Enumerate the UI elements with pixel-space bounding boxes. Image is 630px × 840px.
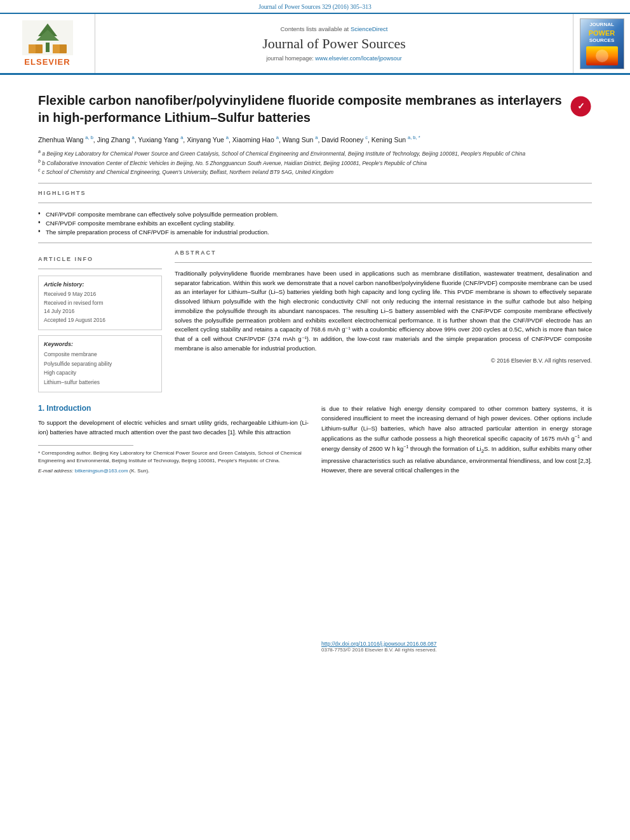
sciencedirect-label: Contents lists available at <box>281 25 349 32</box>
affiliation-a: a a Beijing Key Laboratory for Chemical … <box>38 149 592 158</box>
elsevier-text: ELSEVIER <box>24 57 70 67</box>
sciencedirect-line: Contents lists available at ScienceDirec… <box>281 25 388 32</box>
highlights-list: CNF/PVDF composite membrane can effectiv… <box>38 210 592 236</box>
intro-heading: 1. Introduction <box>38 404 309 413</box>
elsevier-logo: ELSEVIER <box>22 20 73 67</box>
email-line: E-mail address: bitkeningsun@163.com (K.… <box>38 467 309 475</box>
affiliation-b: b b Collaborative Innovation Center of E… <box>38 158 592 168</box>
svg-rect-1 <box>46 43 50 52</box>
article-info-heading: ARTICLE INFO <box>38 256 162 262</box>
divider-2 <box>38 243 592 243</box>
journal-ref: Journal of Power Sources 329 (2016) 305–… <box>0 0 630 13</box>
svg-rect-7 <box>53 44 60 53</box>
article-title: Flexible carbon nanofiber/polyvinylidene… <box>38 92 592 126</box>
sciencedirect-link[interactable]: ScienceDirect <box>351 25 388 32</box>
intro-col-left: 1. Introduction To support the developme… <box>38 404 309 653</box>
journal-logo-section: JOURNAL POWER SOURCES <box>573 14 630 73</box>
article-info-col: ARTICLE INFO Article history: Received 9… <box>38 250 162 392</box>
keywords-label: Keywords: <box>44 341 156 347</box>
affiliation-c: c c School of Chemistry and Chemical Eng… <box>38 167 592 177</box>
main-content: ✓ Flexible carbon nanofiber/polyvinylide… <box>0 75 630 665</box>
abstract-heading: ABSTRACT <box>175 250 592 256</box>
journal-header: ELSEVIER Contents lists available at Sci… <box>0 13 630 75</box>
copyright: © 2016 Elsevier B.V. All rights reserved… <box>175 357 592 364</box>
received-date: Received 9 May 2016 <box>44 290 156 299</box>
article-history-label: Article history: <box>44 281 156 288</box>
elsevier-tree-icon <box>22 20 73 55</box>
revised-label: Received in revised form <box>44 299 156 308</box>
svg-text:✓: ✓ <box>577 101 585 111</box>
abstract-text: Traditionally polyvinylidene fluoride me… <box>175 269 592 353</box>
accepted-date: Accepted 19 August 2016 <box>44 316 156 325</box>
divider-highlights <box>38 203 592 203</box>
journal-homepage-line: journal homepage: www.elsevier.com/locat… <box>266 55 402 62</box>
homepage-url[interactable]: www.elsevier.com/locate/jpowsour <box>315 55 402 62</box>
article-info-abstract: ARTICLE INFO Article history: Received 9… <box>38 250 592 392</box>
divider-1 <box>38 183 592 183</box>
journal-ref-text: Journal of Power Sources 329 (2016) 305–… <box>258 4 371 10</box>
issn-line: 0378-7753/© 2016 Elsevier B.V. All right… <box>321 647 592 653</box>
highlight-item-1: CNF/PVDF composite membrane can effectiv… <box>38 210 592 218</box>
article-history-box: Article history: Received 9 May 2016 Rec… <box>38 276 162 330</box>
homepage-label: journal homepage: <box>266 55 314 62</box>
title-section: ✓ Flexible carbon nanofiber/polyvinylide… <box>38 92 592 126</box>
highlights-heading: HIGHLIGHTS <box>38 190 592 196</box>
elsevier-logo-section: ELSEVIER <box>0 14 95 73</box>
abstract-col: ABSTRACT Traditionally polyvinylidene fl… <box>175 250 592 392</box>
doi-section: http://dx.doi.org/10.1016/j.jpowsour.201… <box>321 640 592 653</box>
keywords-box: Keywords: Composite membrane Polysulfide… <box>38 335 162 392</box>
intro-text-left: To support the development of electric v… <box>38 418 309 437</box>
svg-rect-5 <box>29 44 36 53</box>
intro-text-right: is due to their relative high energy den… <box>321 404 592 475</box>
divider-abs <box>175 262 592 263</box>
footnote-divider <box>38 445 133 446</box>
doi-link[interactable]: http://dx.doi.org/10.1016/j.jpowsour.201… <box>321 641 436 647</box>
email-link[interactable]: bitkeningsun@163.com <box>75 468 128 474</box>
revised-date: 14 July 2016 <box>44 307 156 316</box>
journal-title: Journal of Power Sources <box>262 36 405 52</box>
intro-two-col: 1. Introduction To support the developme… <box>38 404 592 653</box>
footnote: * Corresponding author. Beijing Key Labo… <box>38 450 309 465</box>
affiliations: a a Beijing Key Laboratory for Chemical … <box>38 149 592 177</box>
journal-cover-icon: JOURNAL POWER SOURCES <box>580 18 624 69</box>
keyword-1: Composite membrane <box>44 350 156 359</box>
introduction-section: 1. Introduction To support the developme… <box>38 404 592 653</box>
journal-header-center: Contents lists available at ScienceDirec… <box>95 14 573 73</box>
keywords-list: Composite membrane Polysulfide separatin… <box>44 350 156 387</box>
highlight-item-3: The simple preparation process of CNF/PV… <box>38 227 592 236</box>
authors: Zhenhua Wang a, b, Jing Zhang a, Yuxiang… <box>38 134 592 145</box>
highlight-item-2: CNF/PVDF composite membrane exhibits an … <box>38 218 592 227</box>
crossmark-icon: ✓ <box>570 95 592 117</box>
keyword-4: Lithium–sulfur batteries <box>44 378 156 387</box>
keyword-2: Polysulfide separating ability <box>44 359 156 368</box>
intro-col-right: is due to their relative high energy den… <box>321 404 592 653</box>
article-dates: Received 9 May 2016 Received in revised … <box>44 290 156 324</box>
divider-ai <box>38 269 162 269</box>
keyword-3: High capacity <box>44 368 156 377</box>
